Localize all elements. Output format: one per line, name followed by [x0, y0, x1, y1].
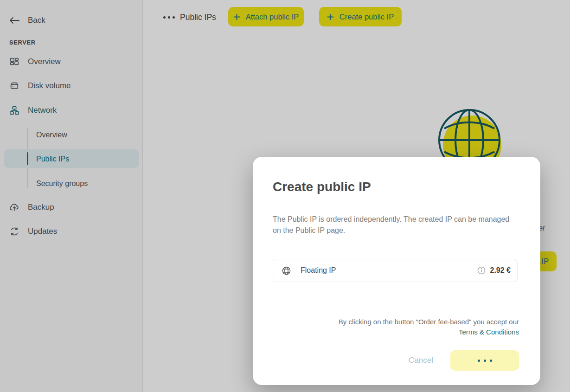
price-label: 2.92 € [490, 266, 511, 275]
loading-dot [478, 360, 480, 362]
create-public-ip-dialog: Create public IP The Public IP is ordere… [253, 157, 540, 385]
terms-notice: By clicking on the button "Order fee-bas… [273, 317, 519, 337]
floating-ip-label: Floating IP [301, 266, 336, 275]
terms-text: By clicking on the button "Order fee-bas… [339, 318, 519, 326]
dialog-title: Create public IP [273, 180, 519, 194]
floating-ip-option-row[interactable]: Floating IP 2.92 € [273, 259, 518, 282]
loading-dot [490, 360, 492, 362]
app-window: Back SERVER Overview Disk volume [0, 0, 570, 392]
dialog-footer: Cancel [273, 350, 519, 371]
info-icon[interactable] [477, 266, 486, 275]
dialog-description: The Public IP is ordered independently. … [273, 214, 518, 236]
order-fee-based-button-loading[interactable] [450, 350, 519, 371]
loading-dot [484, 360, 486, 362]
globe-icon [282, 266, 291, 276]
terms-and-conditions-link[interactable]: Terms & Conditions [459, 327, 519, 337]
cancel-button[interactable]: Cancel [409, 356, 433, 365]
